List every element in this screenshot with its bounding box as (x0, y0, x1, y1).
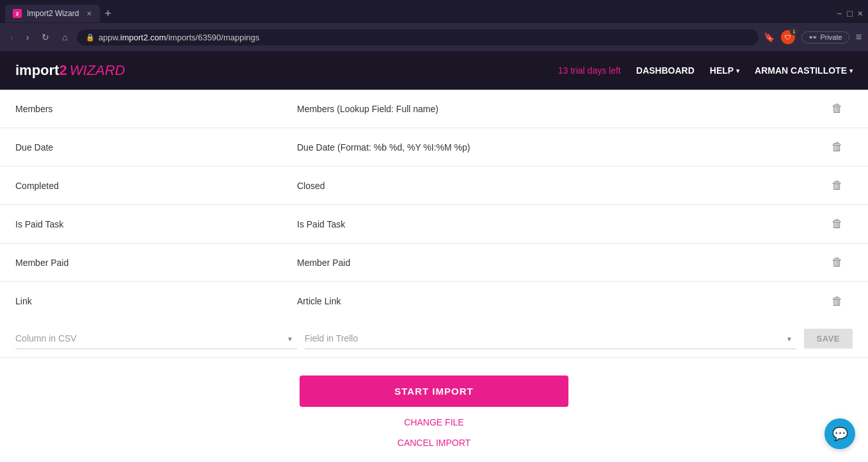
help-label: HELP (710, 65, 734, 76)
header-right: 13 trial days left DASHBOARD HELP ▾ ARMA… (558, 65, 853, 76)
mapping-row: Link Article Link 🗑 (0, 282, 868, 320)
app-header: import2 WIZARD 13 trial days left DASHBO… (0, 51, 868, 90)
nav-right-controls: 🔖 🛡 1 👓 Private ≡ (764, 30, 862, 44)
target-field: Is Paid Task (297, 208, 822, 241)
logo-2-text: 2 (59, 62, 67, 79)
logo[interactable]: import2 WIZARD (15, 62, 125, 79)
close-window-button[interactable]: × (858, 8, 863, 19)
delete-mapping-button[interactable]: 🗑 (829, 176, 846, 195)
brave-shield-icon: 🛡 1 (781, 30, 795, 44)
delete-action: 🗑 (822, 176, 853, 195)
save-mapping-button[interactable]: SAVE (804, 329, 853, 349)
url-prefix: appw. (99, 33, 120, 42)
source-field: Member Paid (15, 246, 297, 279)
header-nav: DASHBOARD HELP ▾ ARMAN CASTILLOTE ▾ (636, 65, 853, 76)
private-mode-button[interactable]: 👓 Private (801, 31, 849, 44)
user-dropdown-arrow: ▾ (849, 67, 853, 74)
add-mapping-row: Column in CSV ▾ Field in Trello ▾ SAVE (0, 320, 868, 358)
lock-icon: 🔒 (86, 33, 95, 42)
chat-bubble-button[interactable]: 💬 (824, 418, 855, 449)
trash-icon: 🗑 (832, 179, 843, 192)
new-tab-button[interactable]: + (105, 7, 112, 21)
delete-action: 🗑 (822, 253, 853, 272)
help-dropdown-button[interactable]: HELP ▾ (710, 65, 739, 76)
mapping-row: Member Paid Member Paid 🗑 (0, 243, 868, 282)
back-button[interactable]: ‹ (6, 31, 17, 44)
logo-import-text: import (15, 62, 59, 79)
nav-bar: ‹ › ↻ ⌂ 🔒 appw.import2.com/imports/63590… (0, 23, 868, 51)
delete-action: 🗑 (822, 215, 853, 233)
source-field: Completed (15, 169, 297, 202)
url-path: /imports/63590/mappings (166, 33, 259, 42)
mapping-row: Members Members (Lookup Field: Full name… (0, 90, 868, 128)
delete-mapping-button[interactable]: 🗑 (829, 215, 846, 233)
mapping-row: Due Date Due Date (Format: %b %d, %Y %I:… (0, 128, 868, 167)
target-field: Due Date (Format: %b %d, %Y %I:%M %p) (297, 131, 822, 164)
tab-title: Import2 Wizard (27, 9, 79, 18)
target-field: Closed (297, 169, 822, 202)
chat-icon: 💬 (832, 426, 848, 441)
trash-icon: 🗑 (832, 256, 843, 268)
browser-menu-button[interactable]: ≡ (856, 31, 862, 43)
trash-icon: 🗑 (832, 102, 843, 115)
trial-days-text: 13 trial days left (558, 65, 621, 76)
active-tab[interactable]: 2 Import2 Wizard × (5, 4, 100, 22)
delete-action: 🗑 (822, 292, 853, 311)
target-field: Article Link (297, 285, 822, 318)
window-controls: − □ × (837, 8, 863, 19)
delete-action: 🗑 (822, 138, 853, 156)
tab-favicon: 2 (13, 9, 22, 18)
delete-mapping-button[interactable]: 🗑 (829, 99, 846, 118)
refresh-button[interactable]: ↻ (38, 31, 53, 44)
home-button[interactable]: ⌂ (58, 31, 71, 44)
mapping-row: Is Paid Task Is Paid Task 🗑 (0, 205, 868, 243)
target-field: Member Paid (297, 246, 822, 279)
delete-mapping-button[interactable]: 🗑 (829, 138, 846, 156)
user-dropdown-button[interactable]: ARMAN CASTILLOTE ▾ (755, 65, 853, 76)
source-field: Is Paid Task (15, 208, 297, 241)
trello-field-select[interactable]: Field in Trello (305, 328, 796, 349)
delete-action: 🗑 (822, 99, 853, 118)
source-field: Members (15, 92, 297, 126)
start-import-button[interactable]: START IMPORT (300, 375, 568, 407)
main-content: Members Members (Lookup Field: Full name… (0, 90, 868, 462)
delete-mapping-button[interactable]: 🗑 (829, 253, 846, 272)
trash-icon: 🗑 (832, 295, 843, 308)
url-display: appw.import2.com/imports/63590/mappings (99, 33, 260, 42)
cancel-import-button[interactable]: CANCEL IMPORT (398, 438, 470, 448)
csv-column-select[interactable]: Column in CSV (15, 328, 297, 349)
mapping-row: Completed Closed 🗑 (0, 167, 868, 205)
url-domain: import2.com (120, 33, 166, 42)
dashboard-link[interactable]: DASHBOARD (636, 65, 695, 76)
private-label: Private (820, 33, 842, 41)
help-dropdown-arrow: ▾ (736, 67, 739, 74)
target-field: Members (Lookup Field: Full name) (297, 92, 822, 126)
delete-mapping-button[interactable]: 🗑 (829, 292, 846, 311)
browser-chrome: 2 Import2 Wizard × + − □ × ‹ › ↻ ⌂ 🔒 app… (0, 0, 868, 51)
mapping-table: Members Members (Lookup Field: Full name… (0, 90, 868, 320)
bookmark-icon[interactable]: 🔖 (764, 32, 775, 42)
csv-column-wrapper: Column in CSV ▾ (15, 328, 297, 349)
glasses-icon: 👓 (808, 33, 817, 42)
trash-icon: 🗑 (832, 217, 843, 230)
source-field: Due Date (15, 131, 297, 164)
bottom-section: START IMPORT CHANGE FILE CANCEL IMPORT (0, 358, 868, 461)
address-bar[interactable]: 🔒 appw.import2.com/imports/63590/mapping… (77, 29, 759, 45)
change-file-button[interactable]: CHANGE FILE (404, 417, 463, 427)
user-name-label: ARMAN CASTILLOTE (755, 65, 847, 76)
forward-button[interactable]: › (22, 31, 33, 44)
trash-icon: 🗑 (832, 140, 843, 153)
maximize-button[interactable]: □ (847, 8, 852, 19)
trello-field-wrapper: Field in Trello ▾ (305, 328, 796, 349)
logo-wizard-text: WIZARD (70, 62, 125, 79)
source-field: Link (15, 285, 297, 318)
minimize-button[interactable]: − (837, 8, 842, 19)
tab-bar: 2 Import2 Wizard × + − □ × (0, 0, 868, 23)
tab-close-button[interactable]: × (86, 8, 92, 19)
